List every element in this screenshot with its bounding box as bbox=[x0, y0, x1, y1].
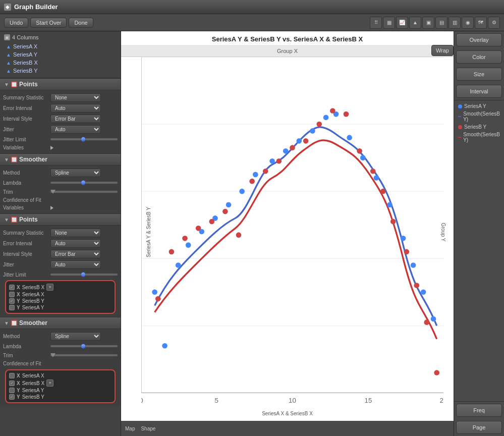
undo-button[interactable]: Undo bbox=[4, 18, 28, 28]
freq-button[interactable]: Freq bbox=[456, 404, 502, 417]
var-add-2[interactable]: + bbox=[46, 379, 53, 387]
chart-type-histogram[interactable]: ▤ bbox=[435, 17, 447, 29]
points-section-1: ▼ ⬜ Points Summary Statistic None Error … bbox=[0, 78, 121, 153]
jitter-limit-slider-1[interactable] bbox=[50, 136, 118, 143]
chart-type-heatmap[interactable]: ▥ bbox=[449, 17, 461, 29]
done-button[interactable]: Done bbox=[69, 18, 93, 28]
var-checkbox-8[interactable]: ✓ bbox=[9, 394, 15, 400]
legend-label-3: SeriesB Y bbox=[464, 124, 486, 130]
chart-type-scatter[interactable]: ⠿ bbox=[370, 17, 382, 29]
var-item-4: Y SeriesA Y bbox=[9, 304, 111, 311]
svg-point-48 bbox=[263, 169, 268, 174]
summary-stat-select-1[interactable]: None bbox=[50, 93, 101, 102]
color-button[interactable]: Color bbox=[456, 50, 502, 64]
jitter-row-1: Jitter Auto bbox=[3, 124, 118, 135]
wrap-button[interactable]: Wrap bbox=[431, 45, 454, 56]
trim-slider-2[interactable] bbox=[50, 352, 118, 359]
summary-stat-row-2: Summary Statistic None bbox=[3, 228, 118, 238]
column-icon: ▲ bbox=[6, 68, 11, 74]
shape-label[interactable]: Shape bbox=[141, 426, 155, 431]
summary-stat-label-2: Summary Statistic bbox=[3, 230, 48, 236]
legend-dot-1 bbox=[458, 104, 462, 108]
svg-point-53 bbox=[330, 108, 335, 114]
column-item-seriesb-x[interactable]: ▲ SeriesB X bbox=[4, 59, 117, 67]
variables-chevron-1[interactable] bbox=[50, 146, 53, 150]
var-add-1[interactable]: + bbox=[46, 284, 53, 291]
column-label: SeriesA Y bbox=[13, 51, 37, 58]
var-item-6: ✓ X SeriesB X + bbox=[9, 379, 111, 387]
chart-type-box[interactable]: ▣ bbox=[422, 17, 434, 29]
method-select-2[interactable]: Spline bbox=[50, 332, 101, 341]
svg-point-49 bbox=[276, 158, 282, 164]
var-checkbox-7[interactable] bbox=[9, 388, 15, 393]
size-button[interactable]: Size bbox=[456, 68, 502, 81]
column-label: SeriesB X bbox=[13, 60, 38, 66]
confidence-row-2: Confidence of Fit bbox=[3, 360, 118, 367]
chart-type-bar[interactable]: ▦ bbox=[383, 17, 395, 29]
var-name-4: SeriesA Y bbox=[22, 305, 44, 310]
interval-style-select-1[interactable]: Error Bar bbox=[50, 115, 101, 123]
smoother-variables-chevron-1[interactable] bbox=[50, 206, 53, 210]
jitter-label-1: Jitter bbox=[3, 127, 48, 132]
error-interval-select-1[interactable]: Auto bbox=[50, 104, 101, 113]
var-checkbox-5[interactable] bbox=[9, 373, 15, 378]
jitter-limit-slider-2[interactable] bbox=[50, 271, 118, 278]
overlay-button[interactable]: Overlay bbox=[456, 33, 502, 46]
variables-grid-1: ✓ X SeriesB X + X SeriesA X ✓ Y SeriesB … bbox=[5, 280, 116, 314]
svg-point-26 bbox=[269, 158, 275, 164]
start-over-button[interactable]: Start Over bbox=[30, 18, 67, 28]
var-checkbox-4[interactable] bbox=[9, 305, 15, 310]
var-checkbox-3[interactable]: ✓ bbox=[9, 298, 15, 304]
interval-style-label-2: Interval Style bbox=[3, 251, 48, 257]
jitter-select-1[interactable]: Auto bbox=[50, 125, 101, 134]
columns-section: ▣ 4 Columns ▲ SeriesA X ▲ SeriesA Y ▲ Se… bbox=[0, 31, 121, 78]
var-name-1: SeriesB X bbox=[22, 285, 44, 290]
points-section-2: ▼ ⬜ Points Summary Statistic None Error … bbox=[0, 213, 121, 317]
points-2-header[interactable]: ▼ ⬜ Points bbox=[0, 213, 121, 226]
columns-count-label: 4 Columns bbox=[12, 34, 39, 40]
method-select-1[interactable]: Spline bbox=[50, 169, 101, 177]
method-row-2: Method Spline bbox=[3, 331, 118, 342]
smoother-1-header[interactable]: ▼ ⬜ Smoother bbox=[0, 153, 121, 166]
column-item-seriesa-y[interactable]: ▲ SeriesA Y bbox=[4, 50, 117, 59]
lambda-slider-1[interactable] bbox=[50, 179, 118, 186]
app-title: Graph Builder bbox=[14, 3, 58, 11]
summary-stat-row-1: Summary Statistic None bbox=[3, 92, 118, 103]
error-interval-select-2[interactable]: Auto bbox=[50, 239, 101, 248]
var-name-7: SeriesA Y bbox=[22, 388, 44, 393]
trim-label-2: Trim bbox=[3, 353, 48, 358]
page-button[interactable]: Page bbox=[456, 421, 502, 434]
var-name-3: SeriesB Y bbox=[22, 298, 44, 304]
lambda-row-2: Lambda bbox=[3, 342, 118, 351]
smoother-2-header[interactable]: ▼ ⬜ Smoother bbox=[0, 317, 121, 329]
column-item-seriesb-y[interactable]: ▲ SeriesB Y bbox=[4, 67, 117, 75]
trim-slider-1[interactable] bbox=[50, 188, 118, 195]
svg-point-30 bbox=[323, 115, 329, 120]
svg-point-29 bbox=[310, 128, 315, 134]
main-layout: ▣ 4 Columns ▲ SeriesA X ▲ SeriesA Y ▲ Se… bbox=[0, 31, 504, 436]
chart-type-3d[interactable]: ◉ bbox=[462, 17, 474, 29]
svg-text:15: 15 bbox=[365, 397, 372, 404]
settings-icon[interactable]: ⚙ bbox=[488, 17, 500, 29]
points-1-header[interactable]: ▼ ⬜ Points bbox=[0, 78, 121, 90]
var-checkbox-2[interactable] bbox=[9, 292, 15, 297]
svg-point-32 bbox=[347, 135, 352, 140]
interval-style-select-2[interactable]: Error Bar bbox=[50, 250, 101, 258]
column-icon: ▲ bbox=[6, 60, 11, 66]
map-label[interactable]: Map bbox=[125, 426, 135, 431]
chart-type-area[interactable]: ▲ bbox=[409, 17, 421, 29]
var-checkbox-1[interactable]: ✓ bbox=[9, 285, 15, 290]
variables-row-1: Variables bbox=[3, 144, 118, 151]
interval-button[interactable]: Interval bbox=[456, 85, 502, 98]
right-top: Overlay Color Size Interval SeriesA Y Sm… bbox=[454, 31, 504, 401]
svg-point-23 bbox=[226, 202, 232, 207]
lambda-slider-2[interactable] bbox=[50, 343, 118, 350]
var-checkbox-6[interactable]: ✓ bbox=[9, 380, 15, 386]
svg-point-55 bbox=[357, 148, 362, 154]
right-panel: Overlay Color Size Interval SeriesA Y Sm… bbox=[454, 31, 504, 436]
chart-type-line[interactable]: 📈 bbox=[396, 17, 408, 29]
summary-stat-select-2[interactable]: None bbox=[50, 229, 101, 237]
map-option[interactable]: 🗺 bbox=[475, 17, 487, 29]
column-item-seriesa-x[interactable]: ▲ SeriesA X bbox=[4, 42, 117, 50]
jitter-select-2[interactable]: Auto bbox=[50, 260, 101, 269]
